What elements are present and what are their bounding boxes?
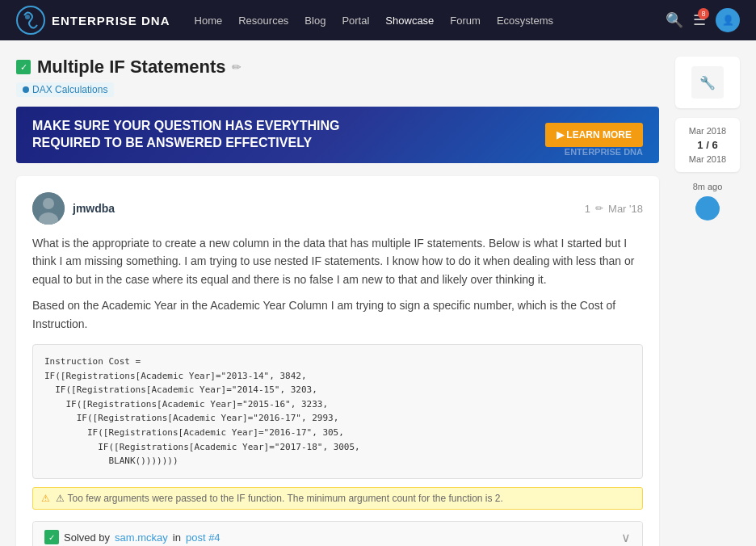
banner-logo: ENTERPRISE DNA <box>565 147 643 157</box>
solved-collapse-button[interactable]: ∨ <box>621 530 631 545</box>
tools-button[interactable]: 🔧 <box>691 66 724 99</box>
post-meta: 1 ✏ Mar '18 <box>585 203 643 215</box>
content-area: ✓ Multiple IF Statements ✏ DAX Calculati… <box>16 57 659 546</box>
time-ago: 8m ago <box>675 182 740 191</box>
logo[interactable]: ENTERPRISE DNA <box>16 6 170 35</box>
promo-banner: Make Sure Your Question Has Everything R… <box>16 107 659 163</box>
page-title: Multiple IF Statements <box>37 57 225 78</box>
post-body: What is the appropriate to create a new … <box>32 234 643 333</box>
avatar-icon: 👤 <box>722 15 734 26</box>
solved-checkbox-icon: ✓ <box>16 60 31 74</box>
nav-links: Home Resources Blog Portal Showcase Foru… <box>195 15 666 27</box>
wrench-icon: 🔧 <box>699 75 716 90</box>
warning-bar: ⚠ ⚠ Too few arguments were passed to the… <box>32 487 643 510</box>
banner-text: Make Sure Your Question Has Everything R… <box>32 118 399 152</box>
nav-link-blog[interactable]: Blog <box>304 15 326 27</box>
menu-button[interactable]: ☰ 8 <box>693 11 706 29</box>
user-avatar[interactable]: 👤 <box>716 8 740 32</box>
post-header: jmwdba 1 ✏ Mar '18 <box>32 192 643 225</box>
nav-link-portal[interactable]: Portal <box>342 15 369 27</box>
solved-box: ✓ Solved by sam.mckay in post #4 ∨ I wou… <box>32 521 643 546</box>
nav-link-showcase[interactable]: Showcase <box>385 15 434 27</box>
edit-icon[interactable]: ✏ <box>232 61 242 74</box>
tag-dot <box>23 86 29 93</box>
start-date: Mar 2018 <box>683 126 732 136</box>
category-tag[interactable]: DAX Calculations <box>16 82 114 97</box>
sidebar-dates-card: Mar 2018 1 / 6 Mar 2018 <box>675 118 740 172</box>
avatar-image <box>32 192 65 225</box>
sidebar-tools: 🔧 <box>675 57 740 108</box>
tag-label: DAX Calculations <box>32 84 107 95</box>
nav-right: 🔍 ☰ 8 👤 <box>666 8 740 32</box>
post-author: jmwdba <box>32 192 115 225</box>
solved-user-link[interactable]: sam.mckay <box>115 531 168 544</box>
post-edit-icon: ✏ <box>595 203 603 214</box>
sidebar-user-dot[interactable] <box>695 196 720 220</box>
end-date: Mar 2018 <box>683 154 732 164</box>
menu-badge: 8 <box>698 8 709 19</box>
banner-cta-button[interactable]: ▶ LEARN MORE <box>545 123 643 147</box>
sidebar-dates: Mar 2018 1 / 6 Mar 2018 <box>683 126 732 164</box>
nav-link-home[interactable]: Home <box>195 15 223 27</box>
navigation: ENTERPRISE DNA Home Resources Blog Porta… <box>0 0 756 40</box>
solved-label: ✓ Solved by sam.mckay in post #4 <box>44 530 220 544</box>
code-content: Instruction Cost = IF([Registrations[Aca… <box>44 355 631 468</box>
svg-point-3 <box>43 198 54 209</box>
solved-post-link[interactable]: post #4 <box>186 531 220 544</box>
post-paragraph-2: Based on the Academic Year in the Academ… <box>32 296 643 333</box>
nav-link-forum[interactable]: Forum <box>450 15 481 27</box>
warning-text: ⚠ Too few arguments were passed to the I… <box>56 493 503 504</box>
search-button[interactable]: 🔍 <box>666 11 683 29</box>
post-paragraph-1: What is the appropriate to create a new … <box>32 234 643 288</box>
pagination: 1 / 6 <box>683 139 732 151</box>
warning-icon: ⚠ <box>41 493 50 504</box>
sidebar-bottom: 8m ago <box>675 182 740 220</box>
post-card: jmwdba 1 ✏ Mar '18 What is the appropria… <box>16 176 659 546</box>
solved-header: ✓ Solved by sam.mckay in post #4 ∨ <box>33 522 642 546</box>
svg-point-1 <box>25 15 30 19</box>
page-title-row: ✓ Multiple IF Statements ✏ <box>16 57 659 78</box>
solved-in-text: in <box>173 531 181 544</box>
tag-row: DAX Calculations <box>16 82 659 97</box>
post-username[interactable]: jmwdba <box>73 202 115 215</box>
post-avatar <box>32 192 65 225</box>
code-block: Instruction Cost = IF([Registrations[Aca… <box>32 344 643 479</box>
post-date: Mar '18 <box>608 203 643 215</box>
logo-text: ENTERPRISE DNA <box>52 14 170 27</box>
post-number: 1 <box>585 203 590 215</box>
solved-check-icon: ✓ <box>44 530 59 544</box>
search-icon: 🔍 <box>666 12 683 28</box>
nav-link-ecosystems[interactable]: Ecosystems <box>497 15 553 27</box>
sidebar: 🔧 Mar 2018 1 / 6 Mar 2018 8m ago <box>675 57 740 546</box>
nav-link-resources[interactable]: Resources <box>238 15 288 27</box>
solved-by-text: Solved by <box>64 531 110 544</box>
main-container: ✓ Multiple IF Statements ✏ DAX Calculati… <box>0 40 756 546</box>
